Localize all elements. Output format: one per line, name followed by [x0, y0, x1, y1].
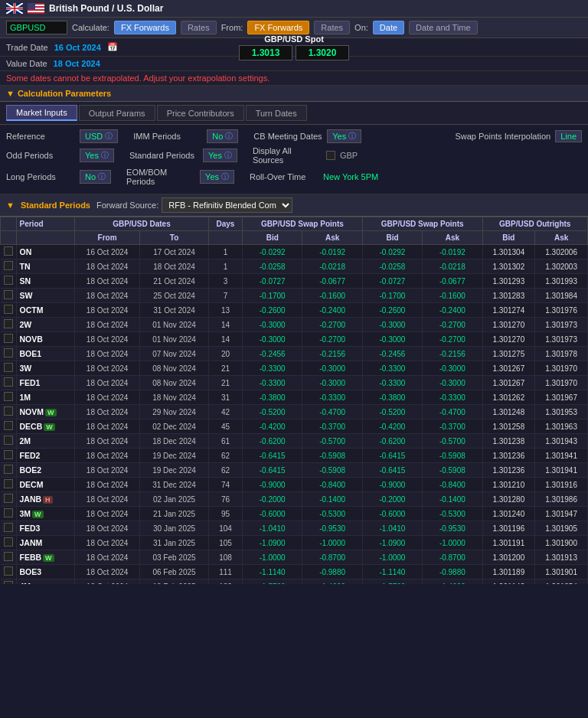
- row-checkbox-23[interactable]: [1, 579, 17, 585]
- row-checkbox-4[interactable]: [1, 303, 17, 318]
- cell-days-15: 62: [208, 463, 242, 478]
- cell-sp-ask1-16: -0.8400: [302, 478, 362, 492]
- fx-forwards-btn2[interactable]: FX Forwards: [247, 21, 309, 34]
- cell-sp-bid2-9: -0.3300: [362, 376, 422, 390]
- cell-from-9: 18 Oct 2024: [75, 376, 140, 390]
- cell-out-bid-8: 1.301267: [482, 361, 535, 376]
- calendar-icon[interactable]: 📅: [107, 42, 118, 52]
- cell-from-13: 18 Oct 2024: [75, 434, 140, 449]
- row-checkbox-21[interactable]: [1, 550, 17, 565]
- value-date-label: Value Date: [6, 59, 47, 68]
- cell-days-8: 21: [208, 361, 242, 376]
- cell-sp-ask1-5: -0.2700: [302, 318, 362, 332]
- cell-out-ask-4: 1.301976: [535, 303, 588, 318]
- row-checkbox-19[interactable]: [1, 521, 17, 536]
- cell-sp-ask2-5: -0.2700: [423, 318, 482, 332]
- fwd-source-label: Forward Source:: [96, 201, 158, 210]
- subh-sp-ask1: Ask: [302, 231, 362, 245]
- cell-sp-bid2-19: -1.0410: [362, 521, 422, 536]
- data-table-container: Period GBP/USD Dates Days GBP/USD Swap P…: [0, 217, 588, 584]
- subh-period: [16, 231, 75, 245]
- cell-sp-ask2-22: -0.9880: [423, 565, 482, 579]
- cell-sp-ask2-21: -0.8700: [423, 550, 482, 565]
- fwd-source-select[interactable]: RFB - Refinitiv Blended Com: [162, 197, 292, 213]
- row-checkbox-0[interactable]: [1, 245, 17, 259]
- cell-period-7: BOE1: [16, 347, 75, 361]
- table-row: SW 18 Oct 2024 25 Oct 2024 7 -0.1700 -0.…: [1, 289, 588, 303]
- row-checkbox-16[interactable]: [1, 478, 17, 492]
- table-row: 2M 18 Oct 2024 18 Dec 2024 61 -0.6200 -0…: [1, 434, 588, 449]
- badge-w: W: [44, 423, 55, 431]
- cell-out-ask-18: 1.301947: [535, 507, 588, 521]
- tab-output-params[interactable]: Output Params: [79, 105, 155, 121]
- cell-to-12: 02 Dec 2024: [140, 419, 209, 434]
- cell-sp-ask2-0: -0.0192: [423, 245, 482, 259]
- cell-period-22: BOE3: [16, 565, 75, 579]
- row-checkbox-17[interactable]: [1, 492, 17, 507]
- row-checkbox-15[interactable]: [1, 463, 17, 478]
- value-date-value: 18 Oct 2024: [54, 59, 100, 68]
- cell-sp-ask1-19: -0.9530: [302, 521, 362, 536]
- row-checkbox-10[interactable]: [1, 390, 17, 405]
- symbol-input[interactable]: [6, 21, 67, 34]
- row-checkbox-14[interactable]: [1, 449, 17, 463]
- tab-turn-dates[interactable]: Turn Dates: [246, 105, 307, 121]
- row-checkbox-13[interactable]: [1, 434, 17, 449]
- row-checkbox-1[interactable]: [1, 259, 17, 274]
- row-checkbox-12[interactable]: [1, 419, 17, 434]
- cell-sp-bid2-2: -0.0727: [362, 274, 422, 289]
- cell-sp-ask2-6: -0.2700: [423, 332, 482, 347]
- collapse-icon[interactable]: ▼: [6, 89, 15, 98]
- rates-btn1[interactable]: Rates: [181, 21, 217, 34]
- cell-out-bid-18: 1.301240: [482, 507, 535, 521]
- row-checkbox-20[interactable]: [1, 536, 17, 550]
- row-checkbox-9[interactable]: [1, 376, 17, 390]
- imm-info-icon[interactable]: ⓘ: [225, 131, 233, 142]
- date-btn[interactable]: Date: [373, 21, 404, 34]
- table-row: JANM 18 Oct 2024 31 Jan 2025 105 -1.0900…: [1, 536, 588, 550]
- std-collapse-icon[interactable]: ▼: [6, 201, 15, 210]
- calc-params-header: ▼ Calculation Parameters: [0, 86, 588, 102]
- row-checkbox-5[interactable]: [1, 318, 17, 332]
- row-checkbox-8[interactable]: [1, 361, 17, 376]
- cell-sp-bid1-18: -0.6000: [243, 507, 302, 521]
- odd-info-icon[interactable]: ⓘ: [101, 150, 109, 161]
- row-checkbox-11[interactable]: [1, 405, 17, 419]
- row-checkbox-22[interactable]: [1, 565, 17, 579]
- row-checkbox-18[interactable]: [1, 507, 17, 521]
- row-checkbox-3[interactable]: [1, 289, 17, 303]
- row-checkbox-6[interactable]: [1, 332, 17, 347]
- long-info-icon[interactable]: ⓘ: [98, 171, 106, 182]
- fx-forwards-btn1[interactable]: FX Forwards: [114, 21, 176, 34]
- row-checkbox-7[interactable]: [1, 347, 17, 361]
- cell-out-bid-4: 1.301274: [482, 303, 535, 318]
- cell-period-3: SW: [16, 289, 75, 303]
- std-info-icon[interactable]: ⓘ: [224, 150, 232, 161]
- reference-info-icon[interactable]: ⓘ: [105, 131, 113, 142]
- cell-sp-bid2-14: -0.6415: [362, 449, 422, 463]
- error-row: Some dates cannot be extrapolated. Adjus…: [0, 71, 588, 86]
- imm-periods-value: No ⓘ: [207, 129, 238, 143]
- cell-out-bid-16: 1.301210: [482, 478, 535, 492]
- date-and-time-btn[interactable]: Date and Time: [409, 21, 478, 34]
- row-checkbox-2[interactable]: [1, 274, 17, 289]
- tab-market-inputs[interactable]: Market Inputs: [6, 105, 77, 121]
- display-all-sources-checkbox[interactable]: [326, 151, 335, 160]
- cell-to-19: 30 Jan 2025: [140, 521, 209, 536]
- table-row: FED1 18 Oct 2024 08 Nov 2024 21 -0.3300 …: [1, 376, 588, 390]
- cell-sp-bid1-10: -0.3800: [243, 390, 302, 405]
- cell-sp-bid1-21: -1.0000: [243, 550, 302, 565]
- cell-out-bid-14: 1.301236: [482, 449, 535, 463]
- cb-info-icon[interactable]: ⓘ: [348, 131, 356, 142]
- cell-sp-bid2-5: -0.3000: [362, 318, 422, 332]
- rates-btn2[interactable]: Rates: [314, 21, 350, 34]
- cell-from-23: 18 Oct 2024: [75, 579, 140, 585]
- cell-out-ask-2: 1.301993: [535, 274, 588, 289]
- cell-sp-ask1-2: -0.0677: [302, 274, 362, 289]
- cell-sp-ask1-4: -0.2400: [302, 303, 362, 318]
- calc-params-title: Calculation Parameters: [18, 89, 111, 98]
- spot-label: GBP/USD Spot: [264, 34, 324, 44]
- eom-info-icon[interactable]: ⓘ: [221, 171, 229, 182]
- cell-sp-ask2-23: -1.4600: [423, 579, 482, 585]
- tab-price-contributors[interactable]: Price Contributors: [157, 105, 244, 121]
